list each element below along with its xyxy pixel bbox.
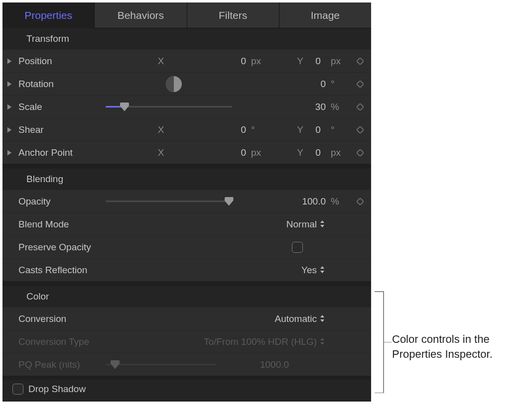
label-conversion-type: Conversion Type	[16, 336, 99, 347]
row-opacity: Opacity 100.0 %	[2, 190, 371, 212]
scale-value[interactable]: 30	[289, 102, 329, 112]
position-x-unit: px	[249, 56, 289, 67]
row-drop-shadow[interactable]: Drop Shadow	[2, 376, 371, 399]
keyframe-button[interactable]	[349, 81, 371, 88]
section-blending: Blending Opacity 100.0 % Blend Mode	[2, 169, 371, 281]
scale-unit: %	[329, 102, 349, 112]
section-color: Color Conversion Automatic Conversion Ty…	[2, 286, 371, 376]
inspector-tabs: Properties Behaviors Filters Image	[2, 2, 371, 28]
label-anchor: Anchor Point	[16, 147, 99, 158]
row-conversion: Conversion Automatic	[2, 307, 371, 330]
anchor-y-unit: px	[329, 147, 349, 158]
keyframe-button[interactable]	[349, 104, 371, 110]
callout-line1: Color controls in the	[392, 332, 493, 347]
disclosure-icon[interactable]	[2, 104, 16, 110]
dropdown-arrows-icon	[320, 265, 325, 276]
label-casts-reflection: Casts Reflection	[16, 265, 99, 276]
pq-peak-slider	[104, 359, 218, 371]
tab-filters[interactable]: Filters	[187, 2, 279, 28]
label-opacity: Opacity	[16, 196, 99, 207]
anchor-x-value[interactable]: 0	[223, 147, 249, 158]
dropdown-arrows-icon	[320, 219, 325, 230]
tab-behaviors[interactable]: Behaviors	[95, 2, 187, 28]
position-y-value[interactable]: 0	[306, 56, 321, 67]
section-header-blending[interactable]: Blending	[2, 169, 371, 190]
section-transform: Transform Position X 0 px Y 0 px Rotatio…	[2, 28, 371, 164]
position-y-unit: px	[329, 56, 349, 67]
callout-line2: Properties Inspector.	[392, 347, 493, 362]
dropdown-arrows-icon	[320, 336, 325, 347]
opacity-value[interactable]: 100.0	[289, 196, 329, 207]
keyframe-button[interactable]	[349, 58, 371, 65]
keyframe-button[interactable]	[349, 149, 371, 156]
blend-mode-value: Normal	[286, 219, 317, 230]
shear-x-value[interactable]: 0	[223, 124, 249, 135]
pq-peak-value: 1000.0	[223, 359, 329, 370]
row-blend-mode: Blend Mode Normal	[2, 212, 371, 235]
conversion-type-value: To/From 100% HDR (HLG)	[204, 336, 317, 347]
opacity-slider[interactable]	[104, 196, 234, 208]
anchor-x-unit: px	[249, 147, 289, 158]
casts-reflection-value: Yes	[301, 265, 317, 276]
keyframe-button[interactable]	[349, 126, 371, 133]
row-scale: Scale 30 %	[2, 95, 371, 118]
shear-x-unit: °	[249, 124, 289, 135]
label-blend-mode: Blend Mode	[16, 219, 99, 230]
keyframe-button[interactable]	[349, 198, 371, 205]
shear-y-unit: °	[329, 124, 349, 135]
anchor-y-value[interactable]: 0	[306, 147, 321, 158]
section-header-color[interactable]: Color	[2, 286, 371, 307]
section-title: Transform	[26, 33, 69, 44]
axis-x: X	[99, 56, 223, 67]
label-shear: Shear	[16, 124, 99, 135]
row-conversion-type: Conversion Type To/From 100% HDR (HLG)	[2, 330, 371, 353]
blend-mode-dropdown[interactable]: Normal	[286, 219, 325, 230]
row-anchor-point: Anchor Point X 0 px Y 0 px	[2, 141, 371, 164]
disclosure-icon[interactable]	[2, 126, 16, 133]
label-rotation: Rotation	[16, 79, 99, 90]
scale-slider[interactable]	[104, 101, 234, 113]
callout-text: Color controls in the Properties Inspect…	[392, 332, 493, 362]
row-position: Position X 0 px Y 0 px	[2, 49, 371, 72]
label-drop-shadow: Drop Shadow	[28, 384, 86, 395]
rotation-dial[interactable]	[99, 76, 249, 92]
row-pq-peak: PQ Peak (nits) 1000.0	[2, 353, 371, 376]
shear-y-value[interactable]: 0	[306, 124, 321, 135]
opacity-unit: %	[329, 196, 349, 207]
tab-properties[interactable]: Properties	[2, 2, 95, 28]
label-pq-peak: PQ Peak (nits)	[16, 359, 99, 370]
section-title: Color	[26, 291, 49, 302]
tab-image[interactable]: Image	[279, 2, 371, 28]
row-shear: Shear X 0 ° Y 0 °	[2, 118, 371, 141]
disclosure-icon[interactable]	[2, 58, 16, 65]
row-preserve-opacity: Preserve Opacity	[2, 235, 371, 258]
axis-x: X	[99, 124, 223, 135]
rotation-unit: °	[329, 79, 349, 90]
conversion-value: Automatic	[275, 313, 317, 324]
row-rotation: Rotation 0 °	[2, 72, 371, 95]
drop-shadow-checkbox[interactable]	[12, 384, 23, 395]
properties-inspector: Properties Behaviors Filters Image Trans…	[2, 2, 371, 402]
dropdown-arrows-icon	[320, 313, 325, 324]
label-position: Position	[16, 56, 99, 67]
axis-y: Y 0	[289, 124, 329, 135]
disclosure-icon[interactable]	[2, 81, 16, 88]
axis-y: Y 0	[289, 56, 329, 67]
section-title: Blending	[26, 174, 63, 185]
conversion-dropdown[interactable]: Automatic	[275, 313, 325, 324]
position-x-value[interactable]: 0	[223, 56, 249, 67]
disclosure-icon[interactable]	[2, 149, 16, 156]
callout-bracket	[375, 291, 392, 393]
label-preserve-opacity: Preserve Opacity	[16, 242, 99, 253]
casts-reflection-dropdown[interactable]: Yes	[301, 265, 325, 276]
axis-y: Y 0	[289, 147, 329, 158]
label-scale: Scale	[16, 102, 99, 112]
label-conversion: Conversion	[16, 313, 99, 324]
conversion-type-dropdown: To/From 100% HDR (HLG)	[204, 336, 325, 347]
rotation-value[interactable]: 0	[289, 79, 329, 90]
section-header-transform[interactable]: Transform	[2, 28, 371, 49]
preserve-opacity-checkbox[interactable]	[292, 242, 303, 253]
row-casts-reflection: Casts Reflection Yes	[2, 258, 371, 281]
axis-x: X	[99, 147, 223, 158]
